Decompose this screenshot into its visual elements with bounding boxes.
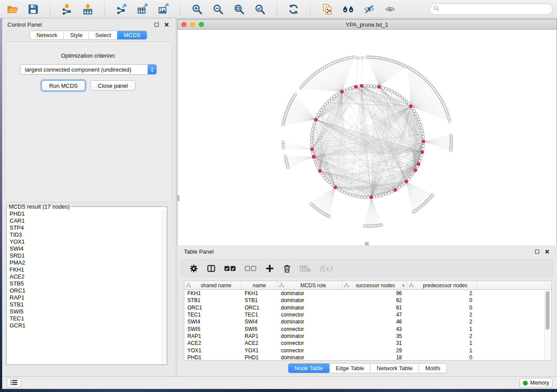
add-column-button[interactable] bbox=[265, 263, 274, 274]
hide-selected-button[interactable] bbox=[362, 2, 376, 16]
network-node[interactable] bbox=[373, 85, 376, 87]
network-node[interactable] bbox=[346, 192, 349, 195]
mcds-result-item[interactable]: PMA2 bbox=[10, 259, 167, 266]
network-node[interactable] bbox=[450, 149, 452, 151]
network-from-selection-button[interactable] bbox=[320, 2, 334, 16]
network-node[interactable] bbox=[324, 103, 326, 106]
apply-layout-button[interactable] bbox=[287, 2, 301, 16]
tab-motifs[interactable]: Motifs bbox=[419, 364, 446, 373]
run-mcds-button[interactable]: Run MCDS bbox=[42, 80, 85, 91]
network-node[interactable] bbox=[294, 93, 297, 96]
network-node[interactable] bbox=[361, 56, 363, 59]
mcds-result-item[interactable]: RAP1 bbox=[10, 294, 167, 301]
search-box[interactable] bbox=[429, 3, 553, 15]
network-node[interactable] bbox=[370, 84, 373, 87]
zoom-out-button[interactable] bbox=[211, 2, 225, 16]
network-node[interactable] bbox=[401, 184, 403, 186]
tab-style[interactable]: Style bbox=[64, 31, 89, 39]
network-node[interactable] bbox=[311, 134, 313, 137]
network-window-titlebar[interactable]: YPA_prune.txt_1 bbox=[177, 20, 557, 30]
network-node[interactable] bbox=[417, 118, 420, 120]
network-node[interactable] bbox=[422, 148, 424, 150]
table-row[interactable]: RAP1RAP1dominator352 bbox=[184, 333, 551, 340]
network-node[interactable] bbox=[349, 193, 351, 196]
network-node[interactable] bbox=[419, 157, 422, 159]
mcds-result-item[interactable]: SWI4 bbox=[10, 245, 167, 252]
network-node[interactable] bbox=[335, 93, 338, 96]
mcds-hub-node[interactable] bbox=[318, 169, 322, 172]
mcds-result-item[interactable]: FKH1 bbox=[10, 266, 167, 273]
network-node[interactable] bbox=[448, 120, 451, 122]
network-node[interactable] bbox=[318, 111, 321, 113]
column-header-MCDS-role[interactable]: MCDS role bbox=[277, 281, 343, 289]
network-node[interactable] bbox=[320, 108, 322, 111]
network-node[interactable] bbox=[422, 135, 424, 138]
table-settings-button[interactable] bbox=[189, 263, 198, 274]
network-node[interactable] bbox=[404, 65, 407, 68]
mcds-hub-node[interactable] bbox=[377, 85, 381, 88]
network-node[interactable] bbox=[315, 164, 318, 166]
network-node[interactable] bbox=[352, 194, 354, 197]
network-node[interactable] bbox=[416, 115, 419, 118]
column-header-name[interactable]: name bbox=[242, 281, 278, 289]
table-row[interactable]: YOX1YOX1connector291 bbox=[184, 347, 551, 354]
network-node[interactable] bbox=[314, 161, 317, 164]
network-node[interactable] bbox=[356, 57, 359, 59]
tab-network-table[interactable]: Network Table bbox=[370, 364, 419, 373]
network-node[interactable] bbox=[398, 186, 401, 188]
network-node[interactable] bbox=[353, 55, 355, 58]
export-network-button[interactable] bbox=[114, 2, 128, 16]
tab-edge-table[interactable]: Edge Table bbox=[329, 364, 370, 373]
network-node[interactable] bbox=[324, 176, 326, 179]
network-node[interactable] bbox=[393, 91, 396, 94]
network-node[interactable] bbox=[419, 120, 421, 123]
tab-network[interactable]: Network bbox=[30, 31, 64, 39]
network-node[interactable] bbox=[310, 143, 313, 146]
import-network-button[interactable] bbox=[60, 2, 74, 16]
network-node[interactable] bbox=[364, 84, 367, 87]
mcds-result-item[interactable]: GCR1 bbox=[10, 322, 167, 329]
table-row[interactable]: TEC1TEC1connector472 bbox=[184, 311, 551, 318]
tab-mcds[interactable]: MCDS bbox=[117, 31, 147, 40]
network-node[interactable] bbox=[382, 86, 384, 89]
network-node[interactable] bbox=[343, 191, 346, 194]
mcds-list-scrollbar[interactable] bbox=[162, 210, 167, 364]
network-node[interactable] bbox=[409, 175, 412, 178]
mcds-result-item[interactable]: SRD1 bbox=[10, 252, 167, 259]
table-scrollbar-thumb[interactable] bbox=[546, 291, 550, 330]
network-node[interactable] bbox=[310, 137, 313, 140]
network-node[interactable] bbox=[396, 93, 398, 95]
network-node[interactable] bbox=[408, 103, 410, 105]
column-header-shared-name[interactable]: shared name bbox=[184, 281, 242, 289]
network-node[interactable] bbox=[310, 203, 312, 205]
mcds-result-item[interactable]: ORC1 bbox=[10, 287, 167, 294]
network-node[interactable] bbox=[330, 183, 333, 186]
mcds-result-item[interactable]: PHD1 bbox=[10, 210, 167, 217]
network-node[interactable] bbox=[419, 159, 421, 162]
network-node[interactable] bbox=[352, 86, 354, 89]
task-history-button[interactable] bbox=[7, 378, 21, 388]
network-node[interactable] bbox=[408, 178, 410, 180]
network-node[interactable] bbox=[358, 195, 360, 198]
network-node[interactable] bbox=[405, 100, 408, 103]
table-row[interactable]: SWI5SWI5connector431 bbox=[184, 325, 551, 332]
mcds-hub-node[interactable] bbox=[340, 90, 343, 93]
mcds-result-item[interactable]: YOX1 bbox=[10, 238, 167, 245]
save-session-button[interactable] bbox=[26, 2, 40, 16]
network-node[interactable] bbox=[413, 110, 415, 112]
mcds-hub-node[interactable] bbox=[315, 118, 318, 121]
mcds-hub-node[interactable] bbox=[414, 168, 417, 172]
column-header-predecessor-nodes[interactable]: predecessor nodes bbox=[407, 281, 477, 289]
first-neighbors-button[interactable] bbox=[341, 2, 355, 16]
mcds-hub-node[interactable] bbox=[311, 148, 314, 151]
table-row[interactable]: FKH1FKH1dominator962 bbox=[184, 290, 551, 297]
network-node[interactable] bbox=[332, 95, 335, 98]
mcds-hub-node[interactable] bbox=[360, 84, 363, 87]
zoom-in-button[interactable] bbox=[190, 2, 204, 16]
network-node[interactable] bbox=[387, 192, 390, 194]
table-row[interactable]: SWI4SWI4dominator462 bbox=[184, 318, 551, 325]
network-node[interactable] bbox=[419, 124, 422, 126]
tab-node-table[interactable]: Node Table bbox=[288, 363, 330, 373]
network-node[interactable] bbox=[326, 101, 329, 104]
mcds-result-item[interactable]: SWI5 bbox=[10, 308, 167, 315]
